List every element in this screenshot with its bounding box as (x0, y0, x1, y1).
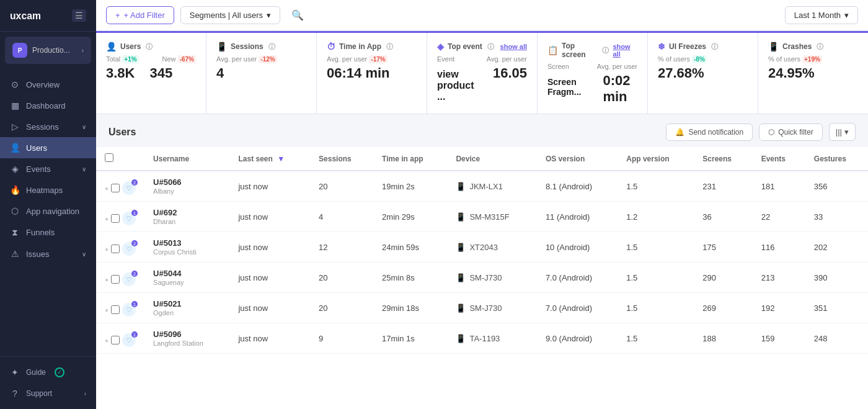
row-drag-icon[interactable]: ● (105, 246, 108, 253)
table-row: ● ♡ 2 U#5066 Albany just now 20 19min 2s… (96, 171, 868, 202)
stat-sub-time: Avg. per user -17% (327, 55, 417, 63)
workspace-arrow: › (82, 47, 84, 54)
device-icon: 📱 (456, 212, 466, 222)
logo: uxcam ☰ (0, 0, 96, 32)
row-sessions: 4 (310, 202, 373, 232)
heart-badge[interactable]: ♡ 2 (122, 181, 136, 195)
row-os-version: 8.1 (Android) (537, 171, 618, 202)
stat-sub-crashes: % of users +19% (768, 55, 858, 63)
top-event-stat-icon: ◈ (437, 42, 444, 52)
row-drag-icon[interactable]: ● (105, 307, 108, 313)
stat-card-ui-freezes: ❄ UI Freezes ⓘ % of users -8% 27.68% (648, 33, 758, 114)
send-notification-button[interactable]: 🔔 Send notification (666, 124, 753, 141)
sidebar-item-label: Dashboard (26, 101, 66, 110)
table-body: ● ♡ 2 U#5066 Albany just now 20 19min 2s… (96, 171, 868, 354)
sidebar-item-dashboard[interactable]: ▦ Dashboard (0, 95, 96, 116)
row-gestures: 356 (805, 171, 868, 202)
heart-icon: ♡ (126, 306, 132, 314)
stats-bar: 👤 Users ⓘ Total +1% New -67% 3.8K 345 (96, 31, 868, 114)
th-device: Device (447, 147, 536, 171)
search-button[interactable]: 🔍 (286, 7, 309, 24)
sort-arrow-icon: ▼ (277, 155, 285, 163)
row-screens: 36 (694, 202, 752, 232)
columns-button[interactable]: ||| ▾ (829, 123, 856, 141)
row-drag-icon[interactable]: ● (105, 215, 108, 222)
device-icon: 📱 (456, 182, 466, 191)
sidebar-item-sessions[interactable]: ▷ Sessions ∨ (0, 116, 96, 137)
workspace-icon: P (12, 43, 27, 58)
top-screen-stat-icon: 📋 (547, 45, 558, 55)
show-all-events-link[interactable]: show all (500, 43, 527, 50)
heart-badge[interactable]: ♡ 2 (122, 242, 136, 256)
stat-header-top-screen: 📋 Top screen ⓘ show all (547, 42, 637, 59)
sidebar-item-app-navigation[interactable]: ⬡ App navigation (0, 200, 96, 222)
heart-count: 2 (131, 240, 138, 246)
add-filter-button[interactable]: + + Add Filter (106, 6, 174, 24)
row-username[interactable]: U#5096 Langford Station (144, 323, 229, 354)
heart-badge[interactable]: ♡ 2 (122, 272, 136, 286)
main-content: + + Add Filter Segments | All users ▾ 🔍 … (96, 0, 868, 409)
plus-icon: + (115, 11, 120, 20)
row-username[interactable]: U#5013 Corpus Christi (144, 232, 229, 263)
th-sessions: Sessions (310, 147, 373, 171)
svg-text:uxcam: uxcam (10, 11, 41, 21)
row-checkbox[interactable] (111, 214, 120, 223)
sidebar-item-funnels[interactable]: ⧗ Funnels (0, 222, 96, 243)
ui-freezes-stat-icon: ❄ (658, 42, 665, 52)
row-username[interactable]: U#5044 Saguenay (144, 263, 229, 293)
heart-badge[interactable]: ♡ 1 (122, 303, 136, 317)
row-time-in-app: 25min 8s (373, 263, 447, 293)
quick-filter-button[interactable]: ⬡ Quick filter (759, 124, 823, 141)
topbar-right: Last 1 Month ▾ (785, 6, 858, 24)
sidebar-collapse-btn[interactable]: ☰ (72, 9, 86, 22)
topbar: + + Add Filter Segments | All users ▾ 🔍 … (96, 0, 868, 31)
stat-card-time: ⏱ Time in App ⓘ Avg. per user -17% 06:14… (317, 33, 427, 114)
row-drag-icon[interactable]: ● (105, 276, 108, 283)
row-events: 213 (753, 263, 805, 293)
row-gestures: 351 (805, 293, 868, 323)
sidebar-item-label: Events (26, 164, 51, 174)
sidebar-item-heatmaps[interactable]: 🔥 Heatmaps (0, 179, 96, 200)
th-last-seen[interactable]: Last seen ▼ (229, 147, 310, 171)
row-username[interactable]: U#692 Dharan (144, 202, 229, 232)
row-device: 📱 JKM-LX1 (447, 171, 536, 202)
row-screens: 290 (694, 263, 752, 293)
columns-icon: ||| (836, 127, 842, 137)
sidebar-item-issues[interactable]: ⚠ Issues ∨ (0, 243, 96, 264)
sidebar-item-overview[interactable]: ⊙ Overview (0, 74, 96, 95)
sidebar-item-events[interactable]: ◈ Events ∨ (0, 158, 96, 179)
row-drag-icon[interactable]: ● (105, 337, 108, 344)
row-os-version: 9.0 (Android) (537, 323, 618, 354)
send-notification-label: Send notification (688, 128, 743, 137)
app-nav-icon: ⬡ (10, 206, 20, 216)
th-events: Events (753, 147, 805, 171)
sidebar-item-guide[interactable]: ✦ Guide ✓ (0, 362, 96, 383)
row-checkbox[interactable] (111, 336, 120, 344)
sidebar-item-users[interactable]: 👤 Users (0, 137, 96, 158)
heart-count: 2 (131, 271, 138, 277)
segments-button[interactable]: Segments | All users ▾ (180, 6, 280, 24)
date-range-button[interactable]: Last 1 Month ▾ (785, 6, 858, 24)
row-username[interactable]: U#5066 Albany (144, 171, 229, 202)
row-checkbox[interactable] (111, 245, 120, 253)
row-checkbox[interactable] (111, 184, 120, 192)
row-drag-icon[interactable]: ● (105, 185, 108, 192)
workspace-selector[interactable]: P Productio... › (5, 37, 91, 64)
user-city: Dharan (153, 218, 221, 225)
heart-badge[interactable]: ♡ 1 (122, 333, 136, 347)
row-checkbox[interactable] (111, 305, 120, 314)
row-checkbox[interactable] (111, 275, 120, 284)
heart-icon: ♡ (126, 276, 132, 284)
row-username[interactable]: U#5021 Ogden (144, 293, 229, 323)
row-select-cell: ● ♡ 2 (96, 232, 144, 262)
select-all-checkbox[interactable] (105, 153, 113, 162)
show-all-screens-link[interactable]: show all (613, 43, 637, 58)
row-gestures: 33 (805, 202, 868, 232)
row-sessions: 12 (310, 232, 373, 263)
heart-badge[interactable]: ♡ 1 (122, 212, 136, 225)
row-events: 159 (753, 323, 805, 354)
sidebar-item-support[interactable]: ? Support › (0, 383, 96, 404)
user-city: Langford Station (153, 339, 221, 347)
sessions-info-icon: ⓘ (268, 42, 275, 52)
row-last-seen: just now (229, 232, 310, 263)
